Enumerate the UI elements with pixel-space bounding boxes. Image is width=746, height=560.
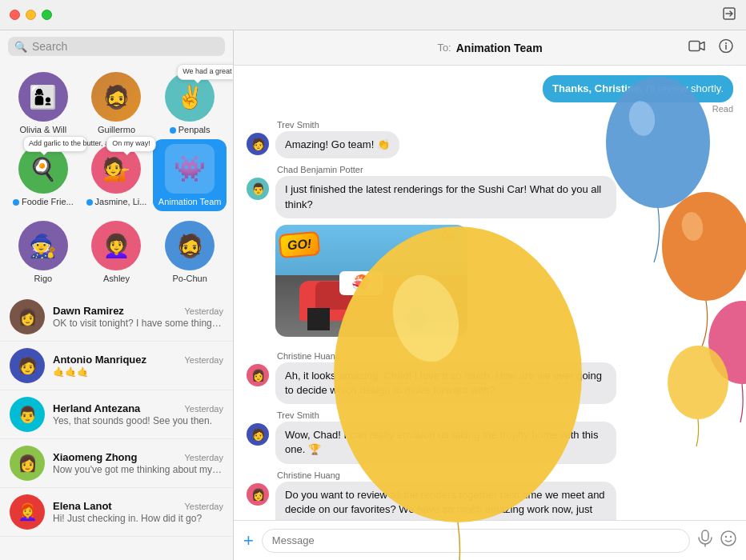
pinned-foodie[interactable]: Add garlic to the butter, and then... 🍳 … xyxy=(6,139,80,211)
message-input[interactable] xyxy=(262,529,690,553)
close-button[interactable] xyxy=(10,10,20,20)
msg-content-trev-trophy: Trev Smith Wow, Chad! I can really envis… xyxy=(275,410,616,463)
conv-dawn-ramirez[interactable]: 👩 Dawn Ramirez Yesterday OK to visit ton… xyxy=(0,293,233,342)
conv-content-elena: Elena Lanot Yesterday Hi! Just checking … xyxy=(53,500,223,524)
msg-sender-trev: Trev Smith xyxy=(275,120,399,130)
pinned-penpals[interactable]: We had a great time. Home with... ✌️ Pen… xyxy=(153,67,227,139)
conv-name-elena: Elena Lanot xyxy=(53,500,112,512)
avatar-xiaomeng: 👩 xyxy=(10,446,45,481)
msg-sender-trev-trophy: Trev Smith xyxy=(275,410,616,420)
go-sticker: GO! xyxy=(279,231,321,258)
conv-antonio[interactable]: 🧑 Antonio Manriquez Yesterday 🤙🤙🤙 xyxy=(0,342,233,390)
conv-time-elena: Yesterday xyxy=(184,502,223,511)
msg-bubble-trev-amazing: Amazing! Go team! 👏 xyxy=(275,131,399,158)
conv-time-dawn: Yesterday xyxy=(184,306,223,316)
conv-herland[interactable]: 👨 Herland Antezana Yesterday Yes, that s… xyxy=(0,390,233,439)
add-attachment-button[interactable]: + xyxy=(243,530,254,551)
svg-point-14 xyxy=(725,536,727,538)
conv-elena[interactable]: 👩‍🦰 Elena Lanot Yesterday Hi! Just check… xyxy=(0,488,233,537)
msg-row-chad-image: 🍣 GO! Zig xyxy=(247,225,733,345)
pinned-name-animation-team: Animation Team xyxy=(158,197,222,206)
conv-time-xiaomeng: Yesterday xyxy=(184,453,223,462)
audio-input-button[interactable] xyxy=(698,530,712,551)
chat-header-icons xyxy=(688,38,733,57)
avatar-chad: 👨 xyxy=(247,178,269,200)
avatar-christine-amazed: 👩 xyxy=(247,364,269,386)
search-label: Search xyxy=(32,40,67,53)
pinned-olivia-will[interactable]: 👩‍👦 Olivia & Will xyxy=(6,67,80,139)
msg-content-chad-text: Chad Benjamin Potter I just finished the… xyxy=(275,165,616,218)
pinned-ashley[interactable]: 👩‍🦱 Ashley xyxy=(80,216,154,288)
conv-name-antonio: Antonio Manriquez xyxy=(53,354,146,366)
chat-input-bar: + xyxy=(234,520,746,560)
svg-point-15 xyxy=(730,536,732,538)
conv-content-dawn: Dawn Ramirez Yesterday OK to visit tonig… xyxy=(53,305,223,329)
msg-sender-christine: Christine Huang xyxy=(275,351,616,361)
svg-rect-12 xyxy=(702,530,708,541)
conv-content-herland: Herland Antezana Yesterday Yes, that sou… xyxy=(53,402,223,426)
conv-content-xiaomeng: Xiaomeng Zhong Yesterday Now you've got … xyxy=(53,451,223,475)
video-call-icon[interactable] xyxy=(688,39,706,56)
avatar-antonio: 🧑 xyxy=(10,348,45,383)
blue-dot-penpals xyxy=(170,127,176,134)
conv-content-antonio: Antonio Manriquez Yesterday 🤙🤙🤙 xyxy=(53,354,223,378)
main-layout: 🔍 Search 👩‍👦 Olivia & Will 🧔 Guillermo xyxy=(0,30,746,560)
blue-dot-foodie xyxy=(13,199,19,206)
pinned-name-po-chun: Po-Chun xyxy=(172,274,207,283)
svg-rect-1 xyxy=(689,41,700,50)
chat-title-area: To: Animation Team xyxy=(437,42,542,54)
msg-sender-christine-review: Christine Huang xyxy=(275,470,616,480)
window-controls xyxy=(10,10,52,20)
pinned-name-penpals: Penpals xyxy=(170,125,211,134)
pinned-grid: 👩‍👦 Olivia & Will 🧔 Guillermo We had a g… xyxy=(0,62,233,216)
svg-point-3 xyxy=(725,42,727,44)
pinned-name-rigo: Rigo xyxy=(34,274,53,283)
maximize-button[interactable] xyxy=(42,10,52,20)
title-bar xyxy=(0,0,746,30)
avatar-ashley: 👩‍🦱 xyxy=(91,221,141,270)
pinned-name-jasmine: Jasmine, Li... xyxy=(86,197,147,206)
conv-xiaomeng[interactable]: 👩 Xiaomeng Zhong Yesterday Now you've go… xyxy=(0,439,233,488)
conv-preview-xiaomeng: Now you've got me thinking about my next… xyxy=(53,464,223,475)
conv-time-antonio: Yesterday xyxy=(184,355,223,365)
conv-preview-elena: Hi! Just checking in. How did it go? xyxy=(53,513,223,524)
msg-bubble-christine-amazed: Ah, it looks amazing, Chad! I love it so… xyxy=(275,362,616,404)
conv-name-dawn: Dawn Ramirez xyxy=(53,305,124,317)
blue-dot-jasmine xyxy=(86,199,93,206)
compose-button[interactable] xyxy=(722,6,736,24)
sidebar: 🔍 Search 👩‍👦 Olivia & Will 🧔 Guillermo xyxy=(0,30,234,560)
search-icon: 🔍 xyxy=(14,41,27,53)
msg-row-trev-trophy: 🧑 Trev Smith Wow, Chad! I can really env… xyxy=(247,410,733,463)
msg-row-christine-amazed: 👩 Christine Huang Ah, it looks amazing, … xyxy=(247,351,733,404)
avatar-olivia-will: 👩‍👦 xyxy=(18,72,68,122)
minimize-button[interactable] xyxy=(26,10,36,20)
secondary-pinned-grid: 🧙 Rigo 👩‍🦱 Ashley 🧔 Po-Chun xyxy=(0,216,233,293)
pinned-guillermo[interactable]: 🧔 Guillermo xyxy=(80,67,154,139)
msg-bubble-thanks: Thanks, Christine. I'll review shortly. xyxy=(543,75,733,102)
info-icon[interactable] xyxy=(719,38,733,57)
pinned-po-chun[interactable]: 🧔 Po-Chun xyxy=(153,216,227,288)
pinned-jasmine[interactable]: On my way! 💁 Jasmine, Li... xyxy=(80,139,154,211)
msg-read-thanks: Read xyxy=(712,104,733,114)
pinned-name-foodie: Foodie Frie... xyxy=(13,197,74,206)
avatar-po-chun: 🧔 xyxy=(165,221,215,270)
avatar-herland: 👨 xyxy=(10,397,45,432)
pinned-animation-team[interactable]: 👾 Animation Team xyxy=(153,139,227,211)
search-field[interactable]: 🔍 Search xyxy=(8,37,225,56)
chat-title: Animation Team xyxy=(456,42,543,54)
chat-to-label: To: xyxy=(437,42,451,54)
msg-content-trev-amazing: Trev Smith Amazing! Go team! 👏 xyxy=(275,120,399,158)
msg-sender-chad: Chad Benjamin Potter xyxy=(275,165,616,174)
avatar-guillermo: 🧔 xyxy=(91,72,141,122)
avatar-trev-amazing: 🧑 xyxy=(247,133,269,155)
avatar-christine-review: 👩 xyxy=(247,483,269,506)
conv-preview-herland: Yes, that sounds good! See you then. xyxy=(53,415,223,426)
avatar-elena: 👩‍🦰 xyxy=(10,494,45,530)
search-bar: 🔍 Search xyxy=(0,30,233,62)
conv-time-herland: Yesterday xyxy=(184,404,223,414)
pinned-name-olivia-will: Olivia & Will xyxy=(19,125,66,134)
jasmine-tooltip: On my way! xyxy=(106,136,156,152)
messages-area[interactable]: Thanks, Christine. I'll review shortly. … xyxy=(234,66,746,520)
emoji-button[interactable] xyxy=(720,530,736,550)
pinned-rigo[interactable]: 🧙 Rigo xyxy=(6,216,80,288)
